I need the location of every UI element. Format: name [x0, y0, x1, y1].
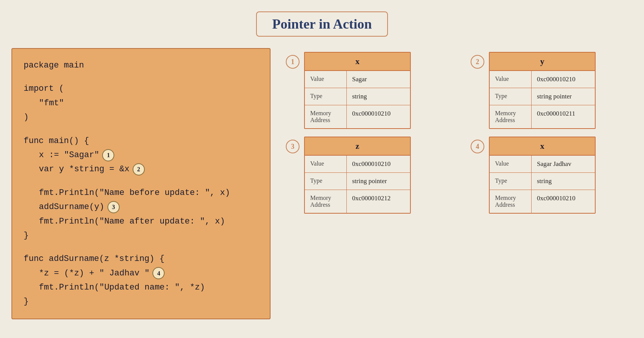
memory-table-4: xValueSagar JadhavTypestringMemory Addre… — [489, 137, 596, 214]
memory-table-value: 0xc000010210 — [347, 156, 410, 172]
table-group-2: 2yValue0xc000010210Typestring pointerMem… — [471, 52, 633, 129]
memory-table-row: Typestring pointer — [305, 173, 410, 190]
code-line: func addSurname(z *string) { — [24, 252, 258, 266]
code-text: fmt.Println("Name before update: ", x) — [39, 186, 230, 200]
memory-table-value: 0xc000010210 — [532, 190, 595, 213]
memory-table-value: 0xc000010210 — [347, 105, 410, 128]
code-line: import ( — [24, 82, 258, 96]
code-badge-2: 2 — [133, 163, 145, 175]
memory-table-value: 0xc000010212 — [347, 190, 410, 213]
memory-table-label: Memory Address — [490, 105, 532, 128]
memory-table-label: Type — [490, 88, 532, 105]
memory-table-value: 0xc000010210 — [532, 71, 595, 88]
code-line: "fmt" — [24, 96, 258, 110]
code-badge-3: 3 — [107, 201, 120, 213]
main-layout: package mainimport ("fmt")func main() {x… — [0, 44, 644, 323]
code-text: } — [24, 295, 29, 309]
code-line: fmt.Println("Name after update: ", x) — [24, 214, 258, 229]
code-line: fmt.Println("Updated name: ", *z) — [24, 280, 258, 295]
memory-table-value: Sagar Jadhav — [532, 156, 595, 172]
memory-table-row: Memory Address0xc000010211 — [490, 105, 595, 128]
memory-table-row: Value0xc000010210 — [490, 71, 595, 88]
page-title-wrapper: Pointer in Action — [0, 0, 644, 37]
code-text: fmt.Println("Name after update: ", x) — [39, 214, 225, 229]
memory-table-label: Type — [305, 88, 347, 105]
code-text: import ( — [24, 82, 64, 96]
memory-table-value: Sagar — [347, 71, 410, 88]
code-text: *z = (*z) + " Jadhav " — [39, 266, 149, 280]
code-line: var y *string = &x2 — [24, 162, 258, 176]
memory-table-header-3: z — [305, 137, 410, 156]
code-text: fmt.Println("Updated name: ", *z) — [39, 280, 205, 295]
step-badge-2: 2 — [471, 55, 484, 69]
code-text: var y *string = &x — [39, 162, 130, 176]
page-title: Pointer in Action — [256, 11, 388, 37]
code-text: func main() { — [24, 134, 89, 148]
code-line: ) — [24, 110, 258, 124]
table-group-1: 1xValueSagarTypestringMemory Address0xc0… — [286, 52, 448, 129]
code-text: "fmt" — [39, 96, 64, 110]
memory-table-label: Memory Address — [490, 190, 532, 213]
memory-table-label: Value — [490, 156, 532, 172]
code-line: func main() { — [24, 134, 258, 148]
memory-table-label: Value — [305, 71, 347, 88]
step-badge-3: 3 — [286, 140, 300, 153]
code-blank-line — [24, 243, 258, 252]
memory-table-header-4: x — [490, 137, 595, 156]
code-blank-line — [24, 125, 258, 134]
memory-table-value: string — [532, 173, 595, 190]
memory-table-row: Typestring pointer — [490, 88, 595, 105]
memory-table-value: string pointer — [347, 173, 410, 190]
code-blank-line — [24, 72, 258, 82]
memory-table-label: Memory Address — [305, 190, 347, 213]
memory-table-row: Typestring — [490, 173, 595, 190]
code-text: } — [24, 229, 29, 243]
memory-table-value: string pointer — [532, 88, 595, 105]
right-panel: 1xValueSagarTypestringMemory Address0xc0… — [286, 48, 633, 214]
code-badge-4: 4 — [152, 267, 165, 279]
code-line: fmt.Println("Name before update: ", x) — [24, 186, 258, 200]
code-line: *z = (*z) + " Jadhav "4 — [24, 266, 258, 280]
code-line: x := "Sagar"1 — [24, 148, 258, 162]
memory-table-value: string — [347, 88, 410, 105]
table-group-4: 4xValueSagar JadhavTypestringMemory Addr… — [471, 137, 633, 214]
memory-table-row: Memory Address0xc000010212 — [305, 190, 410, 213]
memory-table-row: ValueSagar — [305, 71, 410, 88]
memory-table-row: Value0xc000010210 — [305, 156, 410, 173]
memory-table-3: zValue0xc000010210Typestring pointerMemo… — [304, 137, 411, 214]
memory-table-label: Type — [490, 173, 532, 190]
memory-table-1: xValueSagarTypestringMemory Address0xc00… — [304, 52, 411, 129]
code-text: package main — [24, 58, 84, 72]
code-line: addSurname(y)3 — [24, 200, 258, 214]
memory-table-row: Memory Address0xc000010210 — [490, 190, 595, 213]
code-line: package main — [24, 58, 258, 72]
memory-table-label: Value — [305, 156, 347, 172]
memory-table-label: Value — [490, 71, 532, 88]
memory-table-row: Typestring — [305, 88, 410, 105]
code-line: } — [24, 229, 258, 243]
code-text: ) — [24, 110, 29, 124]
code-text: x := "Sagar" — [39, 148, 99, 162]
code-blank-line — [24, 177, 258, 186]
code-badge-1: 1 — [102, 149, 114, 161]
code-text: addSurname(y) — [39, 200, 104, 214]
memory-table-row: ValueSagar Jadhav — [490, 156, 595, 173]
step-badge-4: 4 — [471, 140, 484, 153]
memory-table-label: Type — [305, 173, 347, 190]
memory-table-label: Memory Address — [305, 105, 347, 128]
table-group-3: 3zValue0xc000010210Typestring pointerMem… — [286, 137, 448, 214]
memory-table-row: Memory Address0xc000010210 — [305, 105, 410, 128]
memory-table-header-1: x — [305, 53, 410, 71]
step-badge-1: 1 — [286, 55, 300, 69]
code-line: } — [24, 295, 258, 309]
code-text: func addSurname(z *string) { — [24, 252, 165, 266]
memory-table-header-2: y — [490, 53, 595, 71]
memory-table-2: yValue0xc000010210Typestring pointerMemo… — [489, 52, 596, 129]
code-block: package mainimport ("fmt")func main() {x… — [11, 48, 271, 319]
memory-table-value: 0xc000010211 — [532, 105, 595, 128]
